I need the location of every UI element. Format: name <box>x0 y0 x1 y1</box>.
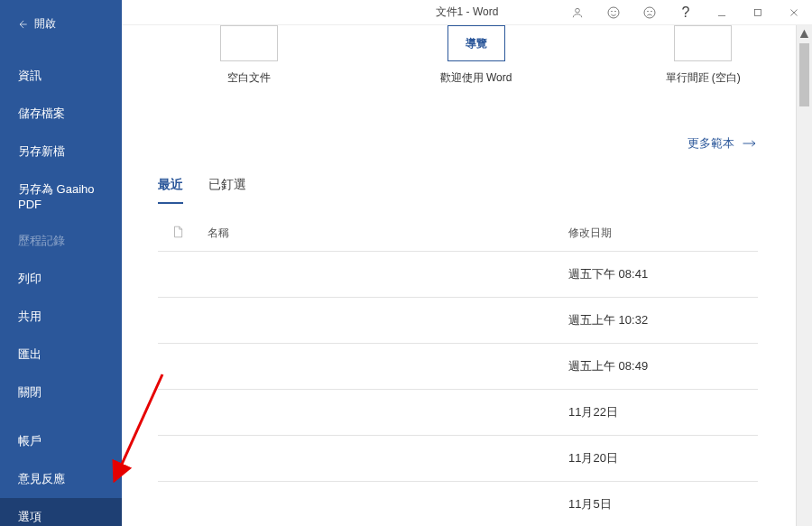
list-item[interactable]: 11月22日 <box>158 389 758 435</box>
back-arrow-icon <box>16 18 29 31</box>
template-label: 單行間距 (空白) <box>666 70 741 86</box>
scroll-up-icon[interactable]: ▲ <box>797 25 812 42</box>
svg-point-5 <box>648 11 649 12</box>
svg-point-6 <box>651 11 652 12</box>
scrollbar-thumb[interactable] <box>799 43 809 106</box>
template-label: 歡迎使用 Word <box>440 70 512 86</box>
sidebar-item-options[interactable]: 選項 <box>0 498 122 526</box>
file-date: 週五上午 08:49 <box>568 358 758 374</box>
svg-point-4 <box>644 7 655 18</box>
list-header: 名稱 修改日期 <box>122 204 794 251</box>
template-blank[interactable]: 空白文件 <box>185 25 313 86</box>
backstage-content: 空白文件 導覽 歡迎使用 Word 單行間距 (空白) 更多範本 最近 已釘選 … <box>122 25 794 526</box>
list-item[interactable]: 週五下午 08:41 <box>158 251 758 297</box>
file-date: 週五下午 08:41 <box>568 266 758 282</box>
arrow-right-icon <box>742 139 758 148</box>
svg-rect-8 <box>755 9 761 15</box>
sidebar-item-close[interactable]: 關閉 <box>0 374 122 411</box>
tab-recent[interactable]: 最近 <box>158 177 183 204</box>
recent-file-list: 週五下午 08:41 週五上午 10:32 週五上午 08:49 11月22日 … <box>122 251 794 526</box>
svg-point-0 <box>576 8 580 13</box>
sidebar-item-share[interactable]: 共用 <box>0 298 122 336</box>
file-date: 週五上午 10:32 <box>568 312 758 328</box>
sidebar-item-save[interactable]: 儲存檔案 <box>0 95 122 133</box>
sidebar-item-export[interactable]: 匯出 <box>0 336 122 374</box>
svg-point-1 <box>608 7 619 18</box>
template-gallery: 空白文件 導覽 歡迎使用 Word 單行間距 (空白) <box>122 25 794 86</box>
template-thumb <box>220 25 278 61</box>
backstage-sidebar: 開啟 資訊 儲存檔案 另存新檔 另存為 Gaaiho PDF 歷程記錄 列印 共… <box>0 0 122 526</box>
sidebar-item-info[interactable]: 資訊 <box>0 57 122 95</box>
list-item[interactable]: 週五上午 08:49 <box>158 343 758 389</box>
account-icon[interactable] <box>559 0 595 25</box>
list-item[interactable]: 週五上午 10:32 <box>158 297 758 343</box>
sidebar-item-save-as-pdf[interactable]: 另存為 Gaaiho PDF <box>0 171 122 222</box>
column-date: 修改日期 <box>568 226 758 241</box>
sidebar-item-history: 歷程記錄 <box>0 222 122 260</box>
template-welcome[interactable]: 導覽 歡迎使用 Word <box>412 25 540 86</box>
more-templates-link[interactable]: 更多範本 <box>122 86 794 161</box>
minimize-button[interactable] <box>704 0 740 25</box>
window-title: 文件1 - Word <box>436 5 499 20</box>
file-date: 11月5日 <box>568 496 758 512</box>
file-date: 11月20日 <box>568 450 758 466</box>
recent-tabs: 最近 已釘選 <box>122 161 794 204</box>
titlebar: 文件1 - Word ? <box>122 0 812 25</box>
svg-point-3 <box>615 11 616 12</box>
tab-pinned[interactable]: 已釘選 <box>208 177 246 204</box>
close-button[interactable] <box>776 0 812 25</box>
vertical-scrollbar[interactable]: ▲ <box>796 25 812 526</box>
list-item[interactable]: 11月20日 <box>158 435 758 481</box>
more-templates-label: 更多範本 <box>687 135 734 152</box>
template-thumb <box>674 25 732 61</box>
maximize-button[interactable] <box>740 0 776 25</box>
template-label: 空白文件 <box>227 70 271 86</box>
column-name: 名稱 <box>208 226 568 241</box>
document-icon <box>171 224 186 242</box>
template-thumb: 導覽 <box>448 25 505 61</box>
help-icon[interactable]: ? <box>668 0 704 25</box>
sidebar-item-print[interactable]: 列印 <box>0 260 122 298</box>
template-single-spacing[interactable]: 單行間距 (空白) <box>639 25 767 86</box>
sidebar-item-account[interactable]: 帳戶 <box>0 422 122 460</box>
smile-icon[interactable] <box>595 0 632 25</box>
svg-point-2 <box>612 11 613 12</box>
list-item[interactable]: 11月5日 <box>158 481 758 526</box>
frown-icon[interactable] <box>632 0 668 25</box>
sidebar-item-save-as[interactable]: 另存新檔 <box>0 133 122 171</box>
file-date: 11月22日 <box>568 404 758 420</box>
back-button[interactable]: 開啟 <box>0 9 122 44</box>
sidebar-item-feedback[interactable]: 意見反應 <box>0 460 122 498</box>
back-label: 開啟 <box>34 16 56 32</box>
